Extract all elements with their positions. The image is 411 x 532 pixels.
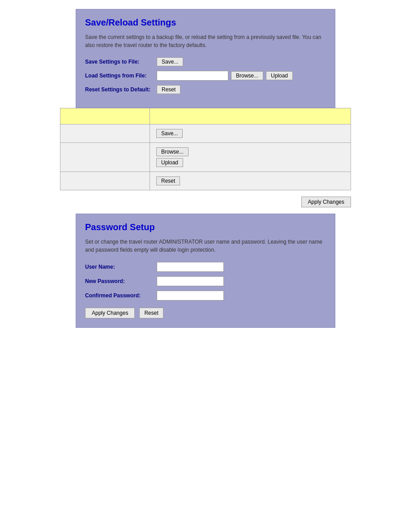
table-load-label: [60, 143, 150, 172]
new-password-row: New Password:: [85, 276, 326, 286]
table-header-col1: [60, 108, 150, 124]
save-reload-panel: Save/Reload Settings Save the current se…: [76, 9, 335, 108]
reset-settings-controls: Reset: [157, 85, 180, 94]
table-reset-label: [60, 172, 150, 190]
apply-changes-top-button[interactable]: Apply Changes: [301, 197, 351, 207]
save-button[interactable]: Save...: [157, 57, 183, 66]
save-settings-row: Save Settings to File: Save...: [85, 57, 326, 66]
new-password-label: New Password:: [85, 278, 157, 284]
table-save-label: [60, 124, 150, 143]
password-buttons-row: Apply Changes Reset: [85, 308, 326, 318]
table-reset-controls: Reset: [150, 172, 351, 190]
save-settings-controls: Save...: [157, 57, 183, 66]
confirmed-password-input[interactable]: [157, 291, 224, 300]
save-reload-title: Save/Reload Settings: [85, 17, 326, 28]
table-section-wrapper: Save... Browse... Upload Reset: [60, 108, 351, 190]
password-apply-button[interactable]: Apply Changes: [85, 308, 135, 318]
upload-button[interactable]: Upload: [266, 71, 293, 80]
reset-settings-row: Reset Settings to Default: Reset: [85, 85, 326, 94]
password-setup-panel: Password Setup Set or change the travel …: [76, 214, 335, 328]
username-label: User Name:: [85, 264, 157, 270]
table-reset-button[interactable]: Reset: [156, 176, 180, 185]
table-browse-button[interactable]: Browse...: [156, 147, 188, 156]
browse-button[interactable]: Browse...: [231, 71, 263, 80]
table-header-col2: [150, 108, 351, 124]
reset-button[interactable]: Reset: [157, 85, 180, 94]
save-settings-label: Save Settings to File:: [85, 59, 157, 65]
load-settings-row: Load Settings from File: Browse... Uploa…: [85, 71, 326, 81]
apply-changes-top-area: Apply Changes: [60, 190, 351, 214]
password-setup-description: Set or change the travel router ADMINIST…: [85, 238, 326, 254]
table-row-save: Save...: [60, 124, 351, 143]
new-password-input[interactable]: [157, 276, 224, 286]
table-load-controls: Browse... Upload: [150, 143, 351, 172]
load-settings-label: Load Settings from File:: [85, 73, 157, 79]
table-header-row: [60, 108, 351, 124]
load-file-input[interactable]: [157, 71, 228, 81]
settings-table: Save... Browse... Upload Reset: [60, 108, 351, 190]
table-save-controls: Save...: [150, 124, 351, 143]
save-reload-description: Save the current settings to a backup fi…: [85, 33, 326, 49]
username-row: User Name:: [85, 262, 326, 272]
password-reset-button[interactable]: Reset: [139, 308, 163, 318]
password-setup-title: Password Setup: [85, 222, 326, 232]
username-input[interactable]: [157, 262, 224, 272]
confirmed-password-row: Confirmed Password:: [85, 291, 326, 300]
confirmed-password-label: Confirmed Password:: [85, 292, 157, 299]
load-settings-controls: Browse... Upload: [157, 71, 293, 81]
table-save-button[interactable]: Save...: [156, 129, 183, 138]
table-row-reset: Reset: [60, 172, 351, 190]
reset-settings-label: Reset Settings to Default:: [85, 86, 157, 93]
table-row-load: Browse... Upload: [60, 143, 351, 172]
table-upload-button[interactable]: Upload: [156, 158, 183, 167]
